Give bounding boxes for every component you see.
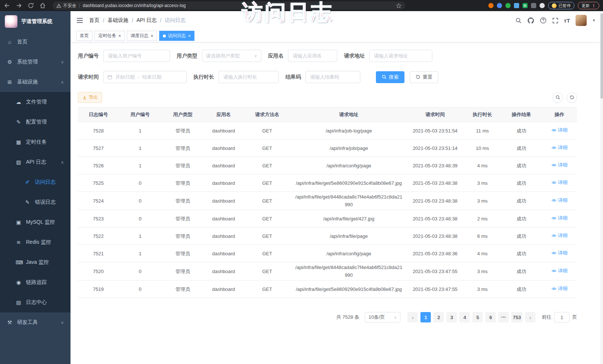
extension-shield-icon[interactable] bbox=[497, 3, 502, 8]
request-time-range-picker[interactable]: 开始日期 - 结束日期 bbox=[103, 71, 187, 83]
extension-colorful-icon[interactable] bbox=[514, 3, 519, 8]
sidebar-item-日志中心[interactable]: ▤日志中心 bbox=[0, 292, 71, 312]
detail-link[interactable]: 详细 bbox=[551, 144, 568, 151]
app-name-input[interactable] bbox=[288, 50, 337, 62]
tab-定时任务[interactable]: 定时任务× bbox=[95, 31, 125, 41]
end-date-placeholder: 结束日期 bbox=[142, 74, 161, 81]
sidebar-item-研发工具[interactable]: ⚒研发工具∨ bbox=[0, 312, 71, 332]
page-scrollbar[interactable] bbox=[600, 11, 603, 364]
close-icon[interactable]: × bbox=[151, 34, 153, 38]
detail-link[interactable]: 详细 bbox=[551, 161, 568, 169]
breadcrumb-separator: / bbox=[132, 17, 133, 23]
request-url-input[interactable] bbox=[369, 50, 432, 62]
breadcrumb-item[interactable]: 首页 bbox=[89, 17, 99, 24]
fullscreen-icon[interactable] bbox=[552, 17, 558, 24]
extension-orange-icon[interactable] bbox=[488, 3, 494, 8]
detail-link[interactable]: 详细 bbox=[551, 267, 568, 275]
search-button[interactable]: 搜索 bbox=[376, 71, 404, 83]
user-avatar[interactable] bbox=[576, 15, 587, 26]
goto-page-input[interactable] bbox=[554, 312, 570, 322]
page-button-5[interactable]: 5 bbox=[472, 312, 483, 322]
user-type-placeholder: 请选择用户类型 bbox=[206, 53, 240, 59]
reload-icon[interactable] bbox=[27, 2, 34, 9]
detail-link[interactable]: 详细 bbox=[551, 178, 568, 186]
forward-icon[interactable] bbox=[16, 2, 22, 9]
tab-访问日志[interactable]: 访问日志× bbox=[159, 31, 194, 41]
sidebar-item-API-日志[interactable]: ▨API 日志∧ bbox=[0, 152, 71, 172]
breadcrumb-separator: / bbox=[160, 17, 161, 23]
browser-update-button[interactable]: 更新 ⋮ bbox=[578, 2, 599, 9]
close-icon[interactable]: × bbox=[188, 34, 191, 38]
sidebar-item-链路追踪[interactable]: ◉链路追踪 bbox=[0, 272, 71, 292]
detail-link[interactable]: 详细 bbox=[551, 126, 568, 134]
sidebar-item-访问日志[interactable]: ✐访问日志 bbox=[0, 172, 71, 192]
sidebar-item-基础设施[interactable]: ⊞基础设施∧ bbox=[0, 72, 71, 92]
sidebar-item-错误日志[interactable]: ✎错误日志 bbox=[0, 192, 71, 212]
breadcrumb-item[interactable]: 基础设施 bbox=[108, 17, 128, 24]
detail-link[interactable]: 详细 bbox=[551, 249, 568, 257]
page-size-select[interactable]: 10条/页 ∨ bbox=[365, 312, 400, 322]
column-header: 请求时间 bbox=[406, 111, 464, 118]
sidebar-item-首页[interactable]: ⌂首页 bbox=[0, 32, 71, 52]
help-icon[interactable] bbox=[540, 17, 547, 24]
extension-green-circle-icon[interactable] bbox=[505, 3, 511, 8]
page-button-1[interactable]: 1 bbox=[420, 312, 431, 322]
refresh-table-button[interactable] bbox=[567, 92, 577, 103]
cell-app-name: dashboard bbox=[204, 232, 243, 240]
site-security-chip[interactable]: 不安全 bbox=[56, 3, 76, 9]
page-button-2[interactable]: 2 bbox=[433, 312, 444, 322]
scrollbar-thumb[interactable] bbox=[600, 13, 603, 99]
detail-link[interactable]: 详细 bbox=[551, 214, 568, 222]
bookmark-star-icon[interactable] bbox=[396, 3, 402, 9]
tab-调度日志[interactable]: 调度日志× bbox=[127, 31, 157, 41]
page-button-3[interactable]: 3 bbox=[446, 312, 457, 322]
browser-menu-icon[interactable]: ⋮ bbox=[591, 3, 596, 8]
more-pages-button[interactable]: ••• bbox=[498, 312, 509, 322]
app-logo-row[interactable]: 芋道管理系统 bbox=[0, 11, 71, 32]
sidebar-item-配置管理[interactable]: ✎配置管理 bbox=[0, 112, 71, 132]
extension-translate-icon[interactable]: 翻 bbox=[522, 3, 528, 8]
hamburger-icon[interactable] bbox=[76, 17, 83, 23]
paused-extension-badge[interactable]: 已暂停 bbox=[548, 2, 574, 9]
detail-link[interactable]: 详细 bbox=[551, 285, 568, 292]
page-button-753[interactable]: 753 bbox=[511, 312, 522, 322]
cell-request-time: 2021-05-03 23:48:38 bbox=[406, 197, 464, 205]
address-bar[interactable]: 不安全 dashboard.yudao.iocoder.cn/infra/log… bbox=[53, 1, 405, 10]
sidebar-item-MySQL-监控[interactable]: ▣MySQL 监控 bbox=[0, 212, 71, 232]
prev-page-button[interactable]: ‹ bbox=[407, 312, 418, 322]
back-icon[interactable] bbox=[4, 2, 10, 9]
detail-link[interactable]: 详细 bbox=[551, 196, 568, 204]
toggle-search-button[interactable] bbox=[553, 92, 563, 103]
export-button[interactable]: 导出 bbox=[78, 92, 102, 103]
cell-user-id: 0 bbox=[119, 179, 161, 187]
sidebar-item-文件管理[interactable]: ☁文件管理 bbox=[0, 92, 71, 112]
github-icon[interactable] bbox=[527, 17, 534, 24]
search-icon[interactable] bbox=[515, 17, 522, 24]
page-button-6[interactable]: 6 bbox=[485, 312, 496, 322]
sidebar-item-label: 系统管理 bbox=[17, 59, 38, 65]
tab-首页[interactable]: 首页 bbox=[76, 31, 92, 41]
extensions-puzzle-icon[interactable] bbox=[540, 3, 545, 8]
close-icon[interactable]: × bbox=[118, 34, 121, 38]
sidebar-item-定时任务[interactable]: ▦定时任务 bbox=[0, 132, 71, 152]
cell-request-time: 2021-05-03 23:48:38 bbox=[406, 215, 464, 223]
url-text[interactable]: dashboard.yudao.iocoder.cn/infra/log/api… bbox=[83, 3, 393, 8]
sidebar-item-系统管理[interactable]: ⚙系统管理∨ bbox=[0, 52, 71, 72]
page-button-4[interactable]: 4 bbox=[459, 312, 470, 322]
user-id-input[interactable] bbox=[103, 50, 170, 62]
cell-user-id: 0 bbox=[119, 215, 161, 223]
extension-gray-icon[interactable] bbox=[531, 3, 536, 8]
user-type-select[interactable]: 请选择用户类型 ∨ bbox=[202, 50, 261, 62]
font-size-icon[interactable]: ᴛT bbox=[564, 17, 570, 24]
home-icon[interactable] bbox=[39, 2, 46, 9]
next-page-button[interactable]: › bbox=[525, 312, 535, 322]
sidebar-item-Redis-监控[interactable]: ≋Redis 监控 bbox=[0, 232, 71, 252]
duration-input[interactable] bbox=[219, 71, 279, 83]
detail-link[interactable]: 详细 bbox=[551, 232, 568, 239]
reset-button[interactable]: 重置 bbox=[410, 71, 438, 83]
sidebar-item-Java-监控[interactable]: ⌨Java 监控 bbox=[0, 252, 71, 272]
result-code-input[interactable] bbox=[305, 71, 360, 83]
table-row: 75230管理员dashboardGET/api/infra/file/get/… bbox=[78, 210, 577, 227]
avatar-caret-icon[interactable]: ▼ bbox=[592, 19, 596, 22]
breadcrumb-item[interactable]: API 日志 bbox=[137, 17, 157, 24]
